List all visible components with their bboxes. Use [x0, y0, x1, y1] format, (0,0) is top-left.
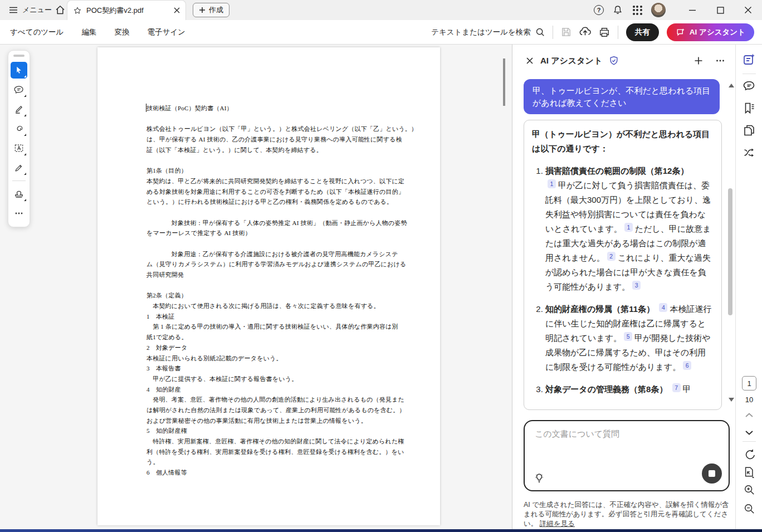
cloud-upload-icon[interactable]: [579, 26, 591, 38]
doc-line: 特許権、実用新案権、意匠権、著作権その他の知的財産に関して法令により定められた権: [146, 436, 439, 447]
rail-shuffle-icon[interactable]: [736, 146, 762, 159]
new-chat-plus-icon[interactable]: [694, 56, 703, 65]
ai-response-list: 損害賠償責任の範囲の制限（第12条）1甲が乙に対して負う損害賠償責任は、委託料（…: [532, 164, 714, 397]
doc-line: ム（見守りカメラシステム）に利用する学習済みモデルおよび連携システムの甲乙におけ…: [146, 259, 439, 270]
citation-badge[interactable]: 4: [659, 303, 667, 312]
rail-ai-assistant-icon[interactable]: [736, 52, 762, 67]
document-canvas[interactable]: 技術検証（PoC）契約書（AI）株式会社トゥールビヨン（以下「甲」という。）と株…: [0, 45, 512, 529]
menu-label[interactable]: メニュー: [22, 5, 52, 15]
doc-line: [146, 280, 439, 291]
panel-close-icon[interactable]: [526, 57, 534, 65]
question-input[interactable]: この文書について質問: [524, 420, 730, 491]
doc-line: 第1条（目的）: [146, 165, 439, 176]
quick-tools-palette: [8, 50, 30, 227]
ai-assistant-panel: AI アシスタント 甲、トゥールビヨンが、不利だと思われる項目があれば教えてくだ…: [512, 45, 735, 529]
print-icon[interactable]: [599, 27, 610, 38]
doc-line: [146, 207, 439, 218]
doc-line: う。: [146, 457, 439, 467]
ai-response-item-title: 対象データの管理義務（第8条）: [545, 384, 667, 394]
toolbar-item-2[interactable]: 変換: [114, 27, 129, 37]
home-icon[interactable]: [52, 0, 68, 20]
menu-hamburger-icon[interactable]: [7, 0, 20, 20]
palette-drag-handle[interactable]: [13, 55, 25, 57]
next-page-icon[interactable]: [736, 430, 762, 436]
search-icon[interactable]: [535, 27, 545, 37]
doc-line: という。）に行われる技術検証における甲と乙の権利・義務関係を定めるものである。: [146, 197, 439, 207]
window-close-button[interactable]: [734, 0, 762, 20]
zoom-in-icon[interactable]: [736, 484, 762, 496]
toolbar-item-1[interactable]: 編集: [81, 27, 96, 37]
doc-line: は解明がされた自然の法則または現象であって、産業上の利用可能性があるものを含む。…: [146, 405, 439, 416]
more-tools-icon[interactable]: [11, 205, 27, 222]
doc-line: 紙1で定める。: [146, 332, 439, 343]
citation-badge[interactable]: 5: [624, 332, 632, 341]
doc-line: 第 1 条に定める甲の技術の導入・適用に関する技術検証をいい、具体的な作業内容は…: [146, 321, 439, 332]
window-maximize-button[interactable]: [706, 0, 734, 20]
document-scrollbar-thumb[interactable]: [503, 58, 505, 106]
doc-line: [146, 114, 439, 124]
fill-sign-tool[interactable]: [11, 159, 27, 176]
fit-page-icon[interactable]: [736, 466, 762, 478]
pdf-page[interactable]: 技術検証（PoC）契約書（AI）株式会社トゥールビヨン（以下「甲」という。）と株…: [97, 47, 440, 525]
rail-pages-icon[interactable]: [736, 124, 762, 137]
app-grid-icon[interactable]: [627, 0, 647, 20]
citation-badge[interactable]: 2: [607, 252, 616, 261]
citation-badge[interactable]: 6: [683, 361, 691, 370]
toolbar-item-3[interactable]: 電子サイン: [147, 27, 185, 37]
citation-badge[interactable]: 3: [632, 281, 641, 290]
doc-line: 2 対象データ: [146, 343, 439, 353]
freehand-draw-icon: [13, 123, 25, 134]
document-tab[interactable]: POC契約書v2.pdf: [67, 0, 186, 20]
highlight-tool[interactable]: [11, 101, 27, 118]
comment-tool[interactable]: [11, 81, 27, 98]
ai-assistant-button[interactable]: AI アシスタント: [667, 23, 754, 41]
suggestions-lightbulb-icon[interactable]: [534, 472, 545, 484]
stamp-tool[interactable]: [11, 186, 27, 202]
previous-page-icon[interactable]: [736, 412, 762, 418]
cursor-arrow-icon: [14, 65, 24, 75]
ai-response-card: 甲（トゥールビヨン）が不利だと思われる項目は以下の通りです： 損害賠償責任の範囲…: [524, 120, 722, 410]
citation-badge[interactable]: 1: [548, 179, 556, 188]
rail-bookmarks-icon[interactable]: [736, 101, 762, 115]
share-button[interactable]: 共有: [626, 23, 659, 41]
window-minimize-button[interactable]: [678, 0, 706, 20]
avatar[interactable]: [647, 0, 670, 20]
toolbar-item-0[interactable]: すべてのツール: [10, 27, 63, 37]
search-box[interactable]: テキストまたはツールを検索: [431, 27, 545, 37]
user-message-bubble: 甲、トゥールビヨンが、不利だと思われる項目があれば教えてください: [524, 79, 720, 114]
citation-badge[interactable]: 1: [624, 223, 633, 232]
citation-badge[interactable]: 7: [672, 383, 681, 392]
doc-line: 甲が乙に提供する、本検証に関する報告書をいう。: [146, 374, 439, 384]
shield-check-icon[interactable]: [609, 56, 619, 66]
highlighter-pen-icon: [13, 104, 25, 115]
learn-more-link[interactable]: 詳細を見る: [540, 520, 575, 528]
doc-line: 証（以下「本検証」という。）に関して、本契約を締結する。: [146, 145, 439, 155]
rail-comments-icon[interactable]: [736, 79, 762, 92]
conversation-scrollbar-thumb[interactable]: [728, 188, 732, 315]
text-select-tool[interactable]: [11, 140, 27, 157]
page-number-input[interactable]: 1: [742, 376, 756, 391]
rotate-page-icon[interactable]: [736, 448, 762, 460]
star-icon[interactable]: [73, 6, 82, 15]
help-icon[interactable]: ?: [589, 0, 608, 20]
doc-line: 3 本報告書: [146, 363, 439, 374]
doc-line: 対象用途：乙が保有する介護施設における被介護者の見守用高機能カメラシステ: [146, 249, 439, 260]
create-button-label: 作成: [209, 5, 223, 15]
zoom-out-icon[interactable]: [736, 502, 762, 515]
panel-overflow-icon[interactable]: [715, 56, 725, 66]
conversation-scroll-down-icon[interactable]: [729, 398, 734, 402]
doc-line: [146, 155, 439, 165]
conversation-scroll-up-icon[interactable]: [729, 84, 734, 87]
tab-close-icon[interactable]: [174, 7, 180, 13]
doc-line: は、甲が保有する AI 技術の、乙の介護事業における見守り業務への導入可能性に関…: [146, 134, 439, 145]
ai-response-item: 対象データの管理義務（第8条） 7甲: [545, 382, 714, 397]
select-tool[interactable]: [11, 62, 27, 79]
save-icon: [561, 27, 572, 37]
notifications-bell-icon[interactable]: [608, 0, 627, 20]
doc-line: 本契約は、甲と乙が将来的に共同研究開発契約を締結することを視野に入れつつ、以下に…: [146, 176, 439, 187]
search-placeholder: テキストまたはツールを検索: [431, 27, 531, 37]
create-button[interactable]: 作成: [193, 3, 229, 17]
draw-tool[interactable]: [11, 120, 27, 137]
doc-line: および営業秘密その他の事業活動に有用な技術上または営業上の情報をいう。: [146, 416, 439, 426]
stop-generation-button[interactable]: [702, 463, 722, 484]
